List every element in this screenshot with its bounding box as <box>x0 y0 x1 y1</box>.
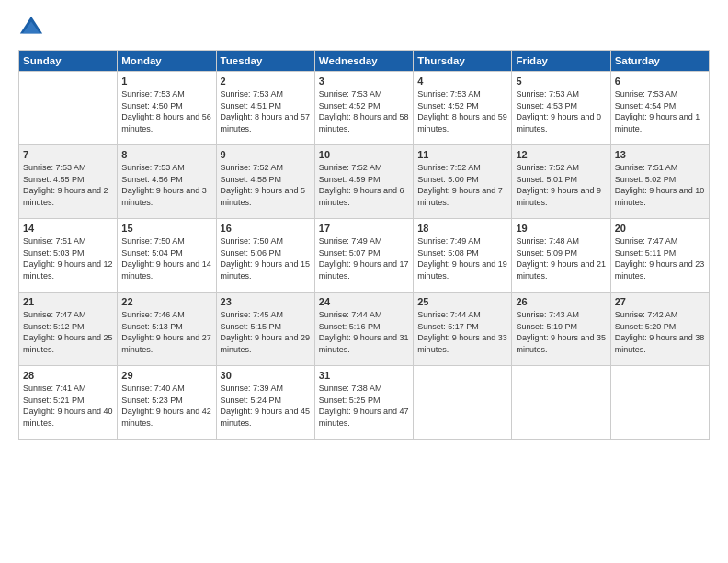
week-row: 28Sunrise: 7:41 AM Sunset: 5:21 PM Dayli… <box>19 366 710 440</box>
calendar-cell: 29Sunrise: 7:40 AM Sunset: 5:23 PM Dayli… <box>118 366 216 440</box>
day-number: 18 <box>417 223 507 234</box>
calendar-table: SundayMondayTuesdayWednesdayThursdayFrid… <box>18 50 710 440</box>
logo-icon <box>18 15 44 40</box>
week-row: 21Sunrise: 7:47 AM Sunset: 5:12 PM Dayli… <box>19 293 710 366</box>
day-info: Sunrise: 7:48 AM Sunset: 5:09 PM Dayligh… <box>516 236 606 282</box>
day-number: 21 <box>23 296 113 307</box>
calendar-cell <box>610 366 709 440</box>
calendar-cell: 9Sunrise: 7:52 AM Sunset: 4:58 PM Daylig… <box>216 145 314 219</box>
day-info: Sunrise: 7:51 AM Sunset: 5:02 PM Dayligh… <box>615 162 705 208</box>
day-number: 28 <box>23 370 113 381</box>
calendar-cell: 20Sunrise: 7:47 AM Sunset: 5:11 PM Dayli… <box>610 219 709 293</box>
calendar-cell <box>19 72 118 145</box>
calendar-cell: 27Sunrise: 7:42 AM Sunset: 5:20 PM Dayli… <box>610 293 709 366</box>
day-info: Sunrise: 7:53 AM Sunset: 4:54 PM Dayligh… <box>615 88 705 134</box>
header-day: Thursday <box>414 51 512 72</box>
calendar-cell: 16Sunrise: 7:50 AM Sunset: 5:06 PM Dayli… <box>216 219 314 293</box>
calendar-cell: 3Sunrise: 7:53 AM Sunset: 4:52 PM Daylig… <box>314 72 413 145</box>
calendar-cell: 31Sunrise: 7:38 AM Sunset: 5:25 PM Dayli… <box>314 366 413 440</box>
day-info: Sunrise: 7:49 AM Sunset: 5:07 PM Dayligh… <box>319 236 409 282</box>
day-number: 30 <box>221 370 311 381</box>
calendar-cell: 28Sunrise: 7:41 AM Sunset: 5:21 PM Dayli… <box>19 366 118 440</box>
day-info: Sunrise: 7:45 AM Sunset: 5:15 PM Dayligh… <box>221 309 311 355</box>
calendar-cell: 11Sunrise: 7:52 AM Sunset: 5:00 PM Dayli… <box>414 145 512 219</box>
logo <box>18 15 48 40</box>
day-number: 8 <box>121 149 211 160</box>
calendar-cell: 1Sunrise: 7:53 AM Sunset: 4:50 PM Daylig… <box>118 72 216 145</box>
day-number: 29 <box>121 370 211 381</box>
header <box>18 15 710 40</box>
calendar-cell: 12Sunrise: 7:52 AM Sunset: 5:01 PM Dayli… <box>512 145 610 219</box>
day-info: Sunrise: 7:53 AM Sunset: 4:52 PM Dayligh… <box>319 88 409 134</box>
day-number: 3 <box>319 75 409 86</box>
day-number: 13 <box>615 149 705 160</box>
week-row: 1Sunrise: 7:53 AM Sunset: 4:50 PM Daylig… <box>19 72 710 145</box>
day-number: 27 <box>615 296 705 307</box>
day-info: Sunrise: 7:44 AM Sunset: 5:16 PM Dayligh… <box>319 309 409 355</box>
day-info: Sunrise: 7:43 AM Sunset: 5:19 PM Dayligh… <box>516 309 606 355</box>
header-day: Wednesday <box>314 51 413 72</box>
day-number: 4 <box>417 75 507 86</box>
day-number: 20 <box>615 223 705 234</box>
day-number: 9 <box>221 149 311 160</box>
day-info: Sunrise: 7:40 AM Sunset: 5:23 PM Dayligh… <box>121 383 211 429</box>
calendar-cell: 23Sunrise: 7:45 AM Sunset: 5:15 PM Dayli… <box>216 293 314 366</box>
day-info: Sunrise: 7:52 AM Sunset: 4:58 PM Dayligh… <box>221 162 311 208</box>
calendar-cell: 4Sunrise: 7:53 AM Sunset: 4:52 PM Daylig… <box>414 72 512 145</box>
calendar-cell <box>414 366 512 440</box>
calendar-cell <box>512 366 610 440</box>
day-number: 19 <box>516 223 606 234</box>
calendar-cell: 5Sunrise: 7:53 AM Sunset: 4:53 PM Daylig… <box>512 72 610 145</box>
day-info: Sunrise: 7:38 AM Sunset: 5:25 PM Dayligh… <box>319 383 409 429</box>
day-number: 16 <box>221 223 311 234</box>
calendar-cell: 17Sunrise: 7:49 AM Sunset: 5:07 PM Dayli… <box>314 219 413 293</box>
day-number: 1 <box>121 75 211 86</box>
day-number: 23 <box>221 296 311 307</box>
day-info: Sunrise: 7:47 AM Sunset: 5:12 PM Dayligh… <box>23 309 113 355</box>
day-info: Sunrise: 7:53 AM Sunset: 4:55 PM Dayligh… <box>23 162 113 208</box>
day-number: 15 <box>121 223 211 234</box>
calendar-cell: 26Sunrise: 7:43 AM Sunset: 5:19 PM Dayli… <box>512 293 610 366</box>
day-number: 10 <box>319 149 409 160</box>
day-info: Sunrise: 7:53 AM Sunset: 4:56 PM Dayligh… <box>121 162 211 208</box>
header-day: Monday <box>118 51 216 72</box>
calendar-cell: 30Sunrise: 7:39 AM Sunset: 5:24 PM Dayli… <box>216 366 314 440</box>
day-number: 14 <box>23 223 113 234</box>
day-info: Sunrise: 7:52 AM Sunset: 5:00 PM Dayligh… <box>417 162 507 208</box>
calendar-cell: 8Sunrise: 7:53 AM Sunset: 4:56 PM Daylig… <box>118 145 216 219</box>
header-day: Sunday <box>19 51 118 72</box>
day-info: Sunrise: 7:49 AM Sunset: 5:08 PM Dayligh… <box>417 236 507 282</box>
calendar-cell: 19Sunrise: 7:48 AM Sunset: 5:09 PM Dayli… <box>512 219 610 293</box>
day-info: Sunrise: 7:52 AM Sunset: 5:01 PM Dayligh… <box>516 162 606 208</box>
day-number: 24 <box>319 296 409 307</box>
calendar-cell: 24Sunrise: 7:44 AM Sunset: 5:16 PM Dayli… <box>314 293 413 366</box>
page: SundayMondayTuesdayWednesdayThursdayFrid… <box>0 0 728 563</box>
week-row: 7Sunrise: 7:53 AM Sunset: 4:55 PM Daylig… <box>19 145 710 219</box>
calendar-cell: 18Sunrise: 7:49 AM Sunset: 5:08 PM Dayli… <box>414 219 512 293</box>
day-number: 5 <box>516 75 606 86</box>
day-info: Sunrise: 7:53 AM Sunset: 4:52 PM Dayligh… <box>417 88 507 134</box>
day-number: 2 <box>221 75 311 86</box>
day-number: 17 <box>319 223 409 234</box>
day-info: Sunrise: 7:50 AM Sunset: 5:06 PM Dayligh… <box>221 236 311 282</box>
header-row: SundayMondayTuesdayWednesdayThursdayFrid… <box>19 51 710 72</box>
day-info: Sunrise: 7:50 AM Sunset: 5:04 PM Dayligh… <box>121 236 211 282</box>
calendar-cell: 13Sunrise: 7:51 AM Sunset: 5:02 PM Dayli… <box>610 145 709 219</box>
day-info: Sunrise: 7:42 AM Sunset: 5:20 PM Dayligh… <box>615 309 705 355</box>
day-number: 12 <box>516 149 606 160</box>
day-info: Sunrise: 7:47 AM Sunset: 5:11 PM Dayligh… <box>615 236 705 282</box>
day-info: Sunrise: 7:46 AM Sunset: 5:13 PM Dayligh… <box>121 309 211 355</box>
day-number: 26 <box>516 296 606 307</box>
day-number: 6 <box>615 75 705 86</box>
calendar-cell: 15Sunrise: 7:50 AM Sunset: 5:04 PM Dayli… <box>118 219 216 293</box>
header-day: Tuesday <box>216 51 314 72</box>
day-number: 31 <box>319 370 409 381</box>
day-info: Sunrise: 7:53 AM Sunset: 4:50 PM Dayligh… <box>121 88 211 134</box>
day-number: 11 <box>417 149 507 160</box>
day-number: 22 <box>121 296 211 307</box>
calendar-cell: 21Sunrise: 7:47 AM Sunset: 5:12 PM Dayli… <box>19 293 118 366</box>
day-number: 7 <box>23 149 113 160</box>
week-row: 14Sunrise: 7:51 AM Sunset: 5:03 PM Dayli… <box>19 219 710 293</box>
calendar-cell: 2Sunrise: 7:53 AM Sunset: 4:51 PM Daylig… <box>216 72 314 145</box>
day-info: Sunrise: 7:53 AM Sunset: 4:53 PM Dayligh… <box>516 88 606 134</box>
